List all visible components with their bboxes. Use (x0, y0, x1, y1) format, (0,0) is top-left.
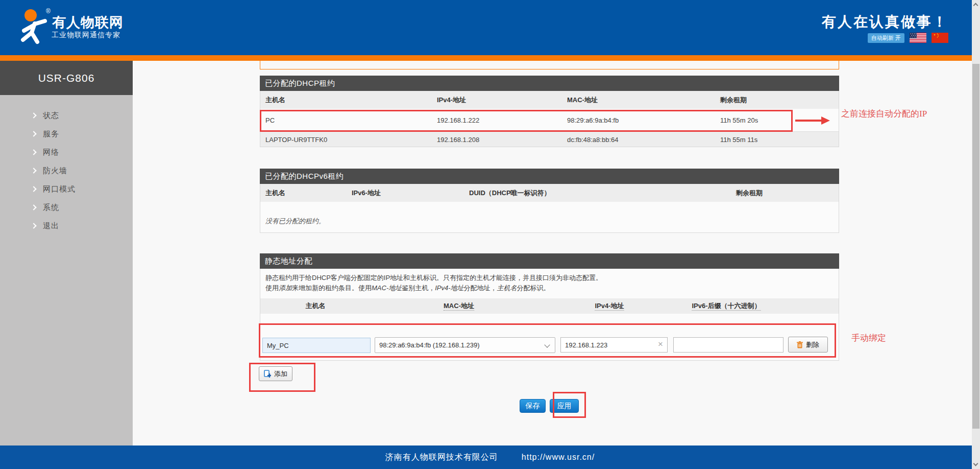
cn-flag-icon[interactable] (932, 33, 948, 43)
dhcpv6-empty-row: 没有已分配的租约。 (260, 202, 839, 232)
annotation-arrow (795, 120, 822, 122)
dhcpv6-header-row: 主机名 IPv6-地址 DUID（DHCP唯一标识符） 剩余租期 (260, 184, 839, 202)
mac-select[interactable]: 98:29:a6:9a:b4:fb (192.168.1.239) (375, 337, 555, 353)
chevron-right-icon (31, 223, 36, 228)
dhcpv6-leases-title: 已分配的DHCPv6租约 (260, 169, 839, 184)
chevron-right-icon (31, 204, 36, 210)
scroll-up-icon[interactable] (973, 3, 978, 8)
ipv6-suffix-input[interactable] (673, 337, 783, 353)
table-row-pc: PC 192.168.1.222 98:29:a6:9a:b4:fb 11h 5… (260, 109, 839, 131)
sidebar-item-port-mode[interactable]: 网口模式 (0, 180, 133, 198)
desc-line-1: 静态租约用于给DHCP客户端分配固定的IP地址和主机标识。只有指定的主机才能连接… (265, 274, 602, 282)
col-lease: 剩余租期 (720, 96, 747, 105)
cell-ipv4: 192.168.1.222 (437, 116, 479, 124)
sidebar-item-status[interactable]: 状态 (0, 106, 133, 125)
cell-lease: 11h 55m 20s (720, 116, 758, 124)
brand-tagline: 工业物联网通信专家 (52, 31, 120, 40)
col-hostname: 主机名 (306, 301, 326, 311)
brand-name: 有人物联网 (52, 13, 124, 32)
delete-button[interactable]: 删除 (788, 337, 828, 353)
dhcp-leases-header-row: 主机名 IPv4-地址 MAC-地址 剩余租期 (260, 91, 839, 109)
cell-lease: 11h 55m 11s (720, 135, 757, 143)
static-leases-description: 静态租约用于给DHCP客户端分配固定的IP地址和主机标识。只有指定的主机才能连接… (260, 269, 839, 298)
add-button-label: 添加 (274, 369, 287, 379)
header-controls: 自动刷新 开 (868, 33, 948, 43)
sidebar-item-logout[interactable]: 退出 (0, 217, 133, 235)
cell-hostname: PC (265, 116, 275, 124)
col-duid: DUID（DHCP唯一标识符） (469, 189, 551, 198)
cell-mac: 98:29:a6:9a:b4:fb (567, 116, 619, 124)
add-button[interactable]: 添加 (259, 366, 292, 381)
clipped-panel-bottom (260, 61, 839, 69)
scroll-down-icon[interactable] (973, 461, 978, 466)
chevron-right-icon (31, 131, 36, 136)
us-flag-icon[interactable] (910, 33, 926, 43)
hostname-input[interactable] (262, 338, 371, 353)
router-admin-page: ® 有人物联网 工业物联网通信专家 有人在认真做事！ 自动刷新 开 (0, 0, 980, 469)
static-leases-title: 静态地址分配 (260, 253, 839, 269)
static-header-row: 主机名 MAC-地址 IPv4-地址 IPv6-后缀（十六进制） (260, 298, 839, 314)
col-ipv4: IPv4-地址 (437, 96, 466, 105)
trash-icon (797, 341, 803, 348)
sidebar-item-services[interactable]: 服务 (0, 125, 133, 143)
sidebar: USR-G806 状态 服务 网络 防火墙 网口模式 系统 退出 (0, 61, 133, 445)
col-mac: MAC-地址 (567, 96, 598, 105)
chevron-right-icon (31, 168, 36, 173)
cell-ipv4: 192.168.1.208 (437, 135, 479, 143)
col-lease: 剩余租期 (736, 189, 763, 198)
header-slogan: 有人在认真做事！ (822, 12, 948, 32)
footer: 济南有人物联网技术有限公司 http://www.usr.cn/ (0, 445, 980, 469)
ipv4-input[interactable] (560, 337, 668, 353)
delete-button-label: 删除 (806, 340, 819, 349)
chevron-down-icon (544, 342, 550, 347)
apply-button[interactable]: 应用 (550, 399, 579, 413)
col-ipv6-suffix: IPv6-后缀（十六进制） (692, 301, 761, 311)
scrollbar-thumb[interactable] (972, 64, 979, 429)
chevron-right-icon (31, 186, 36, 192)
annotation-auto-ip: 之前连接自动分配的IP (841, 108, 927, 120)
sidebar-item-system[interactable]: 系统 (0, 198, 133, 217)
static-leases-section: 静态地址分配 静态租约用于给DHCP客户端分配固定的IP地址和主机标识。只有指定… (260, 253, 839, 361)
dhcp-leases-title: 已分配的DHCP租约 (260, 76, 839, 91)
col-ipv4: IPv4-地址 (595, 301, 624, 311)
chevron-right-icon (31, 149, 36, 155)
ipv4-combo: × (560, 337, 668, 353)
dhcpv6-leases-section: 已分配的DHCPv6租约 主机名 IPv6-地址 DUID（DHCP唯一标识符）… (260, 169, 839, 233)
sidebar-menu: 状态 服务 网络 防火墙 网口模式 系统 退出 (0, 95, 133, 235)
cell-hostname: LAPTOP-UR9TTFK0 (265, 135, 327, 143)
table-row-laptop: LAPTOP-UR9TTFK0 192.168.1.208 dc:fb:48:a… (260, 131, 839, 147)
add-document-icon (264, 370, 271, 378)
accent-strip (0, 55, 980, 61)
mascot-logo-icon: ® (15, 6, 55, 48)
brand-logo: ® (15, 6, 55, 48)
empty-leases-note: 没有已分配的租约。 (265, 217, 325, 226)
desc-line-2: 使用添加来增加新的租约条目。使用MAC-地址鉴别主机，IPv4-地址分配地址，主… (265, 283, 834, 293)
col-mac: MAC-地址 (444, 301, 474, 311)
col-hostname: 主机名 (265, 189, 285, 198)
col-ipv6: IPv6-地址 (352, 189, 381, 198)
mac-select-value: 98:29:a6:9a:b4:fb (192.168.1.239) (379, 341, 480, 349)
dhcp-leases-section: 已分配的DHCP租约 主机名 IPv4-地址 MAC-地址 剩余租期 PC 19… (260, 76, 839, 147)
footer-url[interactable]: http://www.usr.cn/ (522, 453, 595, 462)
auto-refresh-toggle[interactable]: 自动刷新 开 (868, 33, 904, 43)
clear-icon[interactable]: × (658, 339, 663, 349)
top-header: ® 有人物联网 工业物联网通信专家 有人在认真做事！ 自动刷新 开 (0, 0, 980, 55)
static-entry-row: 98:29:a6:9a:b4:fb (192.168.1.239) × 删除 (260, 314, 839, 361)
footer-company: 济南有人物联网技术有限公司 (385, 452, 498, 463)
cell-mac: dc:fb:48:a8:bb:64 (567, 135, 618, 143)
device-model-title: USR-G806 (0, 61, 133, 95)
annotation-manual-bind: 手动绑定 (851, 332, 886, 344)
col-hostname: 主机名 (265, 96, 285, 105)
registered-mark: ® (46, 8, 51, 15)
sidebar-item-firewall[interactable]: 防火墙 (0, 161, 133, 180)
page-scrollbar[interactable] (972, 0, 980, 469)
sidebar-item-network[interactable]: 网络 (0, 143, 133, 161)
chevron-right-icon (31, 112, 36, 118)
annotation-arrow-head (821, 116, 830, 125)
save-button[interactable]: 保存 (520, 399, 546, 413)
